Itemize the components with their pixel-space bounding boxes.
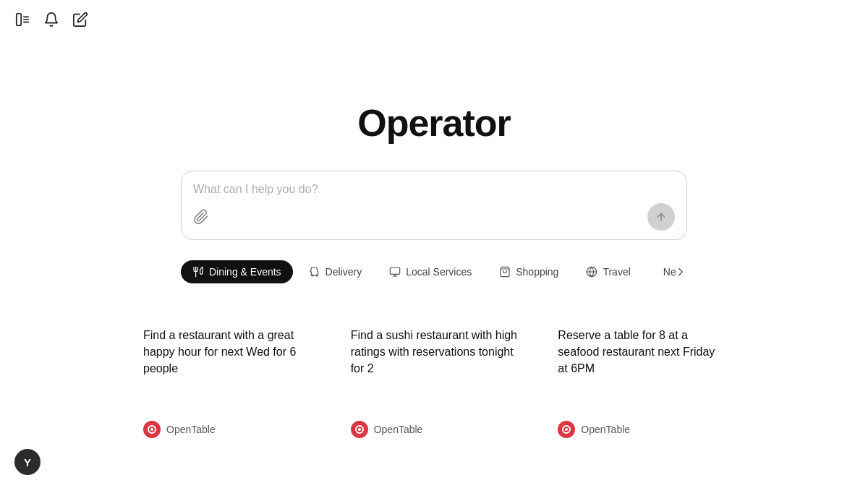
tab-news[interactable]: Ne [647,260,668,283]
card-1-text: Find a restaurant with a great happy hou… [143,327,310,377]
app-title: Operator [357,101,511,145]
card-2-service: OpenTable [374,424,423,435]
tab-shopping[interactable]: Shopping [488,260,570,283]
main-content: Operator Dining & [0,0,868,453]
suggestion-card-2[interactable]: Find a sushi restaurant with high rating… [331,307,538,453]
search-container [181,171,687,240]
suggestion-card-1[interactable]: Find a restaurant with a great happy hou… [123,307,331,453]
top-nav [14,12,88,30]
tab-local-services[interactable]: Local Services [378,260,483,283]
card-2-text: Find a sushi restaurant with high rating… [351,327,518,377]
tabs-scroll-right[interactable] [674,262,687,282]
card-3-text: Reserve a table for 8 at a seafood resta… [558,327,725,377]
compose-icon[interactable] [72,12,88,30]
suggestion-card-3[interactable]: Reserve a table for 8 at a seafood resta… [537,307,745,453]
opentable-logo-2 [351,421,368,438]
opentable-logo-3 [558,421,575,438]
card-1-footer: OpenTable [143,421,310,438]
card-3-service: OpenTable [581,424,630,435]
svg-rect-8 [391,267,400,274]
tab-travel[interactable]: Travel [574,260,642,283]
search-input[interactable] [193,183,675,196]
card-3-footer: OpenTable [558,421,725,438]
attach-icon[interactable] [193,209,209,225]
search-bottom-row [193,203,675,231]
cards-area: Find a restaurant with a great happy hou… [123,307,745,453]
tab-dining-events[interactable]: Dining & Events [181,260,293,283]
notification-icon[interactable] [43,12,59,30]
sidebar-toggle-icon[interactable] [14,12,30,30]
card-2-footer: OpenTable [351,421,518,438]
opentable-logo-1 [143,421,161,438]
avatar[interactable]: Y [14,449,41,475]
tab-delivery[interactable]: Delivery [297,260,374,283]
submit-button[interactable] [647,203,675,231]
svg-rect-0 [17,14,21,26]
card-1-service: OpenTable [166,424,216,435]
tabs-container: Dining & Events Delivery Local Services [181,260,687,283]
